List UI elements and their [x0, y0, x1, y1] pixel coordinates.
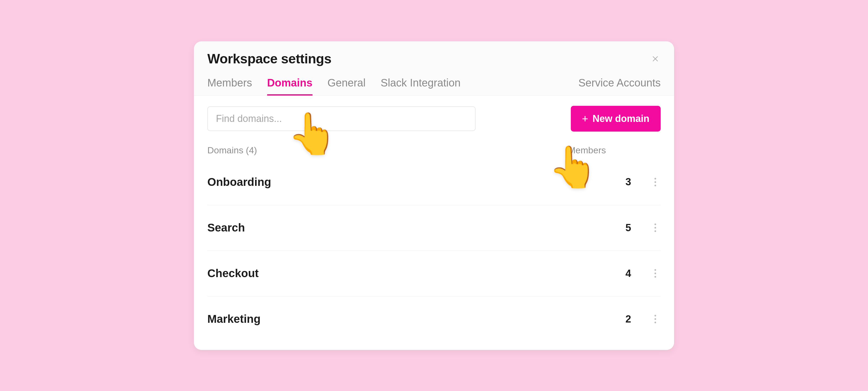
- table-row[interactable]: Checkout 4: [207, 251, 661, 296]
- table-header: Domains (4) Members: [207, 139, 661, 159]
- table-row[interactable]: Onboarding 3: [207, 159, 661, 205]
- domain-name: Checkout: [207, 267, 569, 280]
- domain-name: Onboarding: [207, 176, 569, 189]
- domain-name: Search: [207, 221, 569, 234]
- domains-list: Onboarding 3 Search 5: [207, 159, 661, 342]
- kebab-icon: [654, 223, 657, 232]
- tab-content: + New domain Domains (4) Members Onboard…: [194, 95, 674, 350]
- svg-point-4: [654, 227, 656, 228]
- domain-members: 5: [569, 222, 631, 234]
- tab-members[interactable]: Members: [207, 74, 252, 95]
- tab-slack-integration[interactable]: Slack Integration: [381, 74, 461, 95]
- svg-point-0: [654, 178, 656, 179]
- svg-point-8: [654, 276, 656, 278]
- search-input[interactable]: [207, 106, 475, 131]
- domain-members: 3: [569, 176, 631, 188]
- svg-point-11: [654, 322, 656, 323]
- svg-point-6: [654, 269, 656, 271]
- kebab-icon: [654, 314, 657, 324]
- column-header-domains: Domains (4): [207, 145, 257, 156]
- row-actions-button[interactable]: [650, 268, 661, 279]
- svg-point-1: [654, 181, 656, 183]
- row-actions-button[interactable]: [650, 314, 661, 325]
- modal-header: Workspace settings: [194, 41, 674, 74]
- domain-members: 4: [569, 268, 631, 279]
- table-row[interactable]: Marketing 2: [207, 296, 661, 342]
- svg-point-10: [654, 318, 656, 320]
- controls-bar: + New domain: [207, 106, 661, 132]
- domain-members: 2: [569, 313, 631, 325]
- table-row[interactable]: Search 5: [207, 205, 661, 251]
- tab-domains[interactable]: Domains: [267, 74, 312, 95]
- plus-icon: +: [582, 113, 588, 124]
- modal-title: Workspace settings: [207, 51, 331, 66]
- row-actions-button[interactable]: [650, 222, 661, 233]
- workspace-settings-modal: Workspace settings Members Domains Gener…: [194, 41, 674, 350]
- kebab-icon: [654, 269, 657, 278]
- tabs: Members Domains General Slack Integratio…: [194, 74, 674, 95]
- svg-point-9: [654, 315, 656, 316]
- close-icon: [652, 55, 659, 62]
- kebab-icon: [654, 177, 657, 187]
- svg-point-5: [654, 230, 656, 232]
- new-domain-button[interactable]: + New domain: [571, 106, 661, 132]
- row-actions-button[interactable]: [650, 177, 661, 188]
- svg-point-7: [654, 273, 656, 274]
- tab-service-accounts[interactable]: Service Accounts: [578, 74, 661, 95]
- column-header-members: Members: [568, 145, 606, 156]
- tab-general[interactable]: General: [328, 74, 366, 95]
- new-domain-label: New domain: [592, 113, 649, 124]
- close-button[interactable]: [650, 53, 661, 64]
- svg-point-3: [654, 223, 656, 225]
- domain-name: Marketing: [207, 313, 569, 326]
- svg-point-2: [654, 185, 656, 186]
